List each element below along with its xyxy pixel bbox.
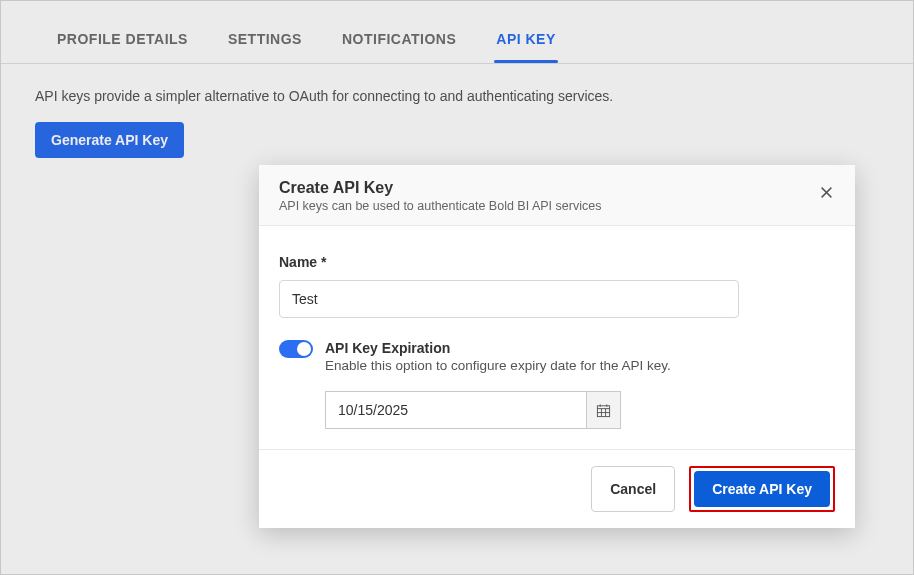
- modal-title: Create API Key: [279, 179, 835, 197]
- svg-rect-2: [597, 405, 609, 416]
- expiration-toggle[interactable]: [279, 340, 313, 358]
- calendar-icon[interactable]: [587, 391, 621, 429]
- create-api-key-button[interactable]: Create API Key: [694, 471, 830, 507]
- cancel-button[interactable]: Cancel: [591, 466, 675, 512]
- expiry-date-input[interactable]: [325, 391, 587, 429]
- highlight-create-button: Create API Key: [689, 466, 835, 512]
- expiration-title: API Key Expiration: [325, 340, 671, 356]
- close-icon[interactable]: [815, 181, 837, 203]
- modal-footer: Cancel Create API Key: [259, 449, 855, 528]
- create-api-key-modal: Create API Key API keys can be used to a…: [259, 165, 855, 528]
- name-input[interactable]: [279, 280, 739, 318]
- name-label: Name *: [279, 254, 835, 270]
- modal-body: Name * API Key Expiration Enable this op…: [259, 226, 855, 449]
- modal-subtitle: API keys can be used to authenticate Bol…: [279, 199, 835, 213]
- modal-header: Create API Key API keys can be used to a…: [259, 165, 855, 226]
- expiration-description: Enable this option to configure expiry d…: [325, 358, 671, 373]
